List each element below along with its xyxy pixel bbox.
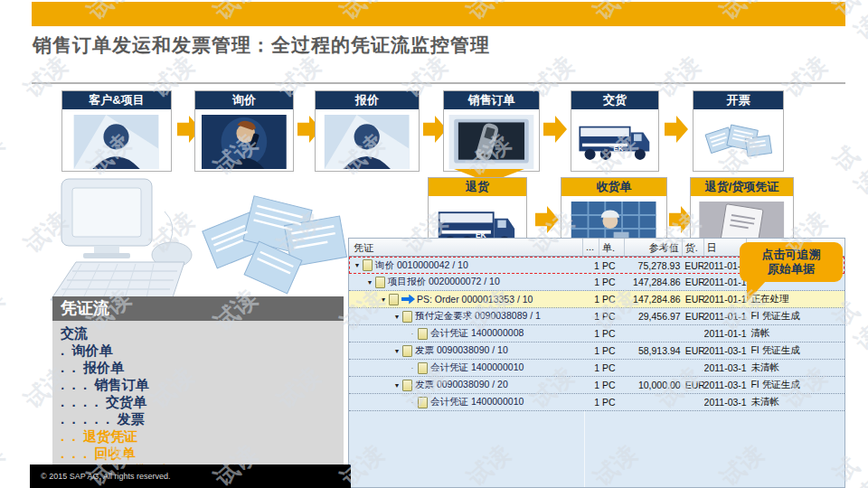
qty-cell: 1 bbox=[583, 343, 599, 359]
flow-box-billing: 开票 bbox=[693, 90, 784, 172]
date-cell: 2011-03-17 bbox=[704, 394, 748, 410]
table-row[interactable]: ▼预付定金要求 0090038089 / 1 1 PC 29,456.97 EU… bbox=[349, 308, 844, 325]
status-cell: FI 凭证生成 bbox=[747, 343, 844, 359]
doc-label: 发票 0090038090 / 20 bbox=[415, 379, 508, 391]
doc-flow-item: 交流 bbox=[61, 324, 344, 342]
flow-box-sales-order: 销售订单 bbox=[443, 90, 540, 172]
currency-cell: EUR bbox=[683, 291, 704, 307]
column-header-unit: 单. bbox=[599, 239, 625, 256]
unit-cell: PC bbox=[599, 291, 625, 307]
flow-box-label: 客户&项目 bbox=[62, 91, 171, 109]
unit-cell: PC bbox=[599, 274, 625, 290]
doc-label: 会计凭证 1400000010 bbox=[430, 361, 524, 374]
billing-documents-image bbox=[698, 115, 778, 169]
computer-illustration bbox=[34, 177, 215, 304]
current-item-arrow-icon bbox=[401, 295, 415, 305]
column-header-dots: ... bbox=[583, 239, 599, 256]
currency-cell: EUR bbox=[683, 377, 704, 393]
currency-cell: EUR bbox=[682, 258, 703, 273]
flow-box-label: 收货单 bbox=[561, 178, 666, 196]
doc-flow-item: . . . . 交货单 bbox=[61, 393, 344, 410]
document-icon bbox=[418, 362, 428, 374]
flow-box-label: 退货/贷项凭证 bbox=[691, 178, 793, 196]
ref-value-cell: 29,456.97 bbox=[625, 308, 683, 324]
table-row[interactable]: ·会计凭证 1400000008 1 PC 2011-01-14 清帐 bbox=[349, 325, 844, 343]
doc-label: 发票 0090038090 / 10 bbox=[415, 344, 508, 357]
doc-flow-panel-title: 凭证流 bbox=[52, 296, 344, 321]
expand-icon[interactable]: ▼ bbox=[392, 382, 402, 389]
ref-value-cell: 75,278.93 bbox=[625, 258, 683, 273]
ref-value-cell: 147,284.86 bbox=[625, 291, 683, 307]
currency-cell: EUR bbox=[683, 343, 704, 359]
table-row[interactable]: ▼发票 0090038090 / 20 1 PC 10,000.00 EUR 2… bbox=[349, 377, 844, 394]
currency-cell: EUR bbox=[683, 274, 704, 290]
callout-line1: 点击可追溯 bbox=[762, 248, 821, 262]
ref-value-cell bbox=[625, 394, 683, 410]
ref-value-cell: 147,284.86 bbox=[625, 274, 683, 290]
watermark-text: 试读 bbox=[0, 127, 11, 183]
currency-cell bbox=[683, 394, 704, 410]
ref-value-cell bbox=[625, 360, 683, 376]
watermark-text: 试读 bbox=[778, 50, 834, 105]
doc-flow-item: . 询价单 bbox=[61, 342, 344, 359]
table-row[interactable]: ▼PS: Order 0000013353 / 10 1 PC 147,284.… bbox=[349, 291, 844, 308]
qty-cell: 1 bbox=[583, 274, 599, 290]
flow-box-customer-project: 客户&项目 bbox=[61, 90, 172, 172]
doc-label: 项目报价 0020000072 / 10 bbox=[388, 276, 500, 288]
svg-text:EK: EK bbox=[613, 144, 623, 152]
expand-icon[interactable]: ▼ bbox=[392, 314, 402, 320]
doc-flow-item: . . 退货凭证 bbox=[61, 427, 344, 445]
flow-arrow-right-icon bbox=[665, 116, 688, 143]
doc-flow-item: . . 报价单 bbox=[61, 359, 344, 376]
leaf-bullet-icon: · bbox=[407, 399, 418, 406]
date-cell: 2011-03-17 bbox=[704, 343, 748, 359]
ref-value-cell bbox=[625, 325, 683, 342]
table-row[interactable]: ·会计凭证 1400000010 1 PC 2011-03-17 未清帐 bbox=[349, 360, 844, 377]
ref-value-cell: 58,913.94 bbox=[625, 343, 683, 359]
date-cell: 2011-03-17 bbox=[704, 360, 748, 376]
flow-arrow-right-icon bbox=[535, 206, 559, 233]
document-icon bbox=[402, 380, 412, 391]
unit-cell: PC bbox=[599, 308, 625, 324]
expand-icon[interactable]: ▼ bbox=[352, 262, 363, 268]
expand-icon[interactable]: ▼ bbox=[392, 348, 402, 354]
document-icon bbox=[418, 397, 428, 408]
leaf-bullet-icon: · bbox=[407, 331, 418, 337]
paper-documents-illustration bbox=[201, 184, 359, 306]
accent-top-bar bbox=[32, 2, 845, 26]
qty-cell: 1 bbox=[583, 325, 599, 342]
copyright-text: © 2015 SAP AG. All rights reserved. bbox=[41, 472, 171, 481]
flow-box-delivery: 交货 EK bbox=[571, 90, 659, 172]
doc-flow-item: . . . 销售订单 bbox=[61, 376, 344, 393]
date-cell: 2011-01-14 bbox=[704, 308, 748, 324]
qty-cell: 1 bbox=[583, 377, 599, 393]
flow-box-quotation: 报价 bbox=[315, 90, 420, 172]
watermark-text: 试读 bbox=[827, 139, 868, 202]
doc-label: PS: Order 0000013353 / 10 bbox=[417, 294, 533, 305]
table-row[interactable]: ·会计凭证 1400000010 1 PC 2011-03-17 未清帐 bbox=[349, 394, 844, 411]
flow-box-label: 销售订单 bbox=[444, 91, 539, 109]
slide-title: 销售订单发运和发票管理：全过程的凭证流监控管理 bbox=[33, 33, 846, 58]
expand-icon[interactable]: ▼ bbox=[378, 296, 389, 303]
delivery-truck-image: EK bbox=[576, 115, 654, 169]
doc-label: 会计凭证 1400000008 bbox=[430, 327, 524, 340]
document-icon bbox=[375, 277, 385, 288]
ref-value-cell: 10,000.00 bbox=[625, 377, 683, 393]
flow-arrow-right-icon bbox=[543, 116, 567, 143]
customer-photo-image bbox=[67, 115, 165, 169]
table-row[interactable]: ▼发票 0090038090 / 10 1 PC 58,913.94 EUR 2… bbox=[349, 343, 844, 360]
doc-flow-item: . . . . . 发票 bbox=[61, 410, 344, 427]
qty-cell: 1 bbox=[583, 258, 599, 273]
unit-cell: PC bbox=[599, 258, 625, 273]
flow-box-label: 交货 bbox=[571, 91, 658, 109]
document-icon bbox=[402, 345, 412, 357]
doc-flow-item: . . . 回收单 bbox=[61, 445, 344, 462]
expand-icon[interactable]: ▼ bbox=[364, 279, 375, 286]
date-cell: 2011-01-14 bbox=[704, 325, 748, 342]
title-divider bbox=[32, 82, 845, 84]
unit-cell: PC bbox=[599, 360, 625, 376]
watermark-text: 试读 bbox=[0, 0, 11, 27]
document-icon bbox=[389, 294, 399, 305]
status-cell: 未清帐 bbox=[747, 360, 844, 376]
footer-bar: © 2015 SAP AG. All rights reserved. bbox=[30, 465, 351, 488]
